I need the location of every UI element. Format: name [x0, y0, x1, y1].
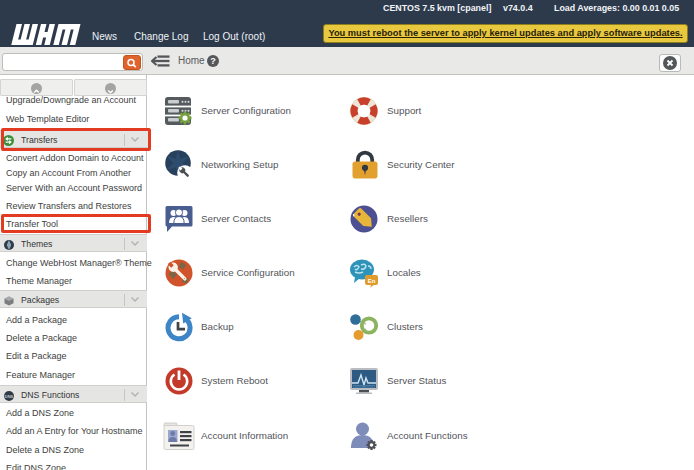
svg-text:En: En [368, 278, 376, 284]
svg-text:DNS: DNS [5, 393, 14, 398]
